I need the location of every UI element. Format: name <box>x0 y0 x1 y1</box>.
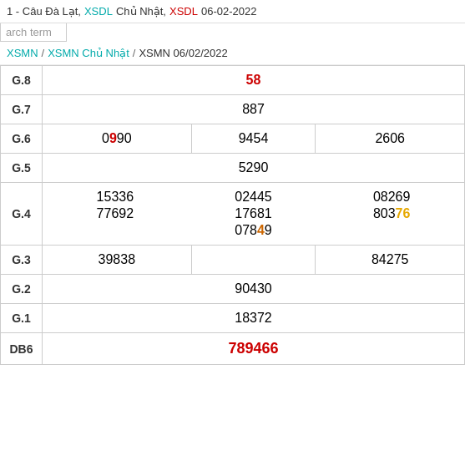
num-g4-r3-1: 078 <box>235 223 257 238</box>
breadcrumb-current: XSMN 06/02/2022 <box>139 47 227 59</box>
num-g4-r2-1: 77692 <box>97 206 134 221</box>
numbers-g4: 15336 02445 08269 77692 17681 80376 0784… <box>43 183 465 246</box>
num-g1-1: 18372 <box>235 311 272 325</box>
numbers-g2: 90430 <box>43 275 465 304</box>
breadcrumb-xsmn-cn[interactable]: XSMN Chủ Nhật <box>48 47 129 59</box>
table-row-g8: G.8 58 <box>1 66 465 95</box>
table-row-g2: G.2 90430 <box>1 275 465 304</box>
num-g6-3: 2606 <box>375 131 405 145</box>
num-g4-r1-1: 15336 <box>97 190 134 205</box>
label-g5: G.5 <box>1 154 43 183</box>
num-g6-b: 9 <box>109 131 117 145</box>
num-g4-r2-3a: 803 <box>373 206 396 220</box>
num-g6-2: 9454 <box>239 131 269 145</box>
bc-sep1: / <box>42 47 45 59</box>
table-row-g1: G.1 18372 <box>1 304 465 333</box>
num-g6-c: 90 <box>117 131 132 145</box>
numbers-g6-3: 2606 <box>316 124 465 154</box>
numbers-g8: 58 <box>43 66 465 95</box>
numbers-db6: 789466 <box>43 333 465 365</box>
num-g4-r2-3b: 76 <box>396 206 411 220</box>
label-db6: DB6 <box>1 333 43 365</box>
numbers-g3-3: 84275 <box>316 246 465 275</box>
table-row-g5: G.5 5290 <box>1 154 465 183</box>
num-g4-r2-2: 17681 <box>235 206 272 221</box>
label-g8: G.8 <box>1 66 43 95</box>
numbers-g6-1: 0990 <box>43 124 192 154</box>
num-g4-r3-3: 9 <box>265 223 272 238</box>
num-g6-a: 0 <box>102 131 109 145</box>
label-g1: G.1 <box>1 304 43 333</box>
top-nav: 1 - Câu Đà Lạt, XSDL Chủ Nhật, XSDL 06-0… <box>0 0 465 23</box>
numbers-g7: 887 <box>43 95 465 124</box>
breadcrumb-xsmn[interactable]: XSMN <box>7 47 38 59</box>
label-g3: G.3 <box>1 246 43 275</box>
table-row-g7: G.7 887 <box>1 95 465 124</box>
num-g4-r3-2: 4 <box>257 223 265 238</box>
num-g4-r1-3: 08269 <box>373 190 411 205</box>
g4-numbers-container: 15336 02445 08269 77692 17681 80376 0784… <box>46 190 461 238</box>
table-row-db6: DB6 789466 <box>1 333 465 365</box>
table-row-g3: G.3 39838 84275 <box>1 246 465 275</box>
numbers-g6-2: 9454 <box>191 124 316 154</box>
label-g2: G.2 <box>1 275 43 304</box>
num-g5-1: 5290 <box>239 160 269 175</box>
numbers-g1: 18372 <box>43 304 465 333</box>
search-placeholder: arch term <box>6 26 52 38</box>
numbers-g3-2 <box>191 246 316 275</box>
num-g2-1: 90430 <box>235 281 272 296</box>
nav-date: 06-02-2022 <box>201 5 257 18</box>
label-g4: G.4 <box>1 183 43 246</box>
nav-link-xsdl-1[interactable]: XSDL <box>84 5 113 18</box>
bc-sep2: / <box>133 47 136 59</box>
nav-sep1: Chủ Nhật, <box>116 5 166 18</box>
g4-row-2: 77692 17681 80376 <box>46 206 461 221</box>
lottery-table: G.8 58 G.7 887 G.6 0990 9454 2606 G.5 52… <box>0 65 465 365</box>
numbers-g3-1: 39838 <box>43 246 192 275</box>
num-g3-1: 39838 <box>99 252 136 266</box>
g4-row-3: 07849 <box>46 223 461 238</box>
num-db6-1: 789466 <box>228 340 278 357</box>
breadcrumb: XSMN / XSMN Chủ Nhật / XSMN 06/02/2022 <box>0 42 465 65</box>
num-g4-r2-3: 80376 <box>373 206 411 221</box>
label-g7: G.7 <box>1 95 43 124</box>
table-row-g6: G.6 0990 9454 2606 <box>1 124 465 154</box>
g4-row-1: 15336 02445 08269 <box>46 190 461 205</box>
nav-prefix: 1 - Câu Đà Lạt, <box>7 5 81 18</box>
nav-link-xsdl-2[interactable]: XSDL <box>169 5 198 18</box>
search-bar[interactable]: arch term <box>0 23 67 42</box>
label-g6: G.6 <box>1 124 43 154</box>
numbers-g5: 5290 <box>43 154 465 183</box>
num-g4-r1-2: 02445 <box>235 190 272 205</box>
num-g3-2: 84275 <box>371 252 409 266</box>
num-g8-1: 58 <box>246 73 261 87</box>
table-row-g4: G.4 15336 02445 08269 77692 17681 80376 … <box>1 183 465 246</box>
num-g7-1: 887 <box>242 102 265 116</box>
